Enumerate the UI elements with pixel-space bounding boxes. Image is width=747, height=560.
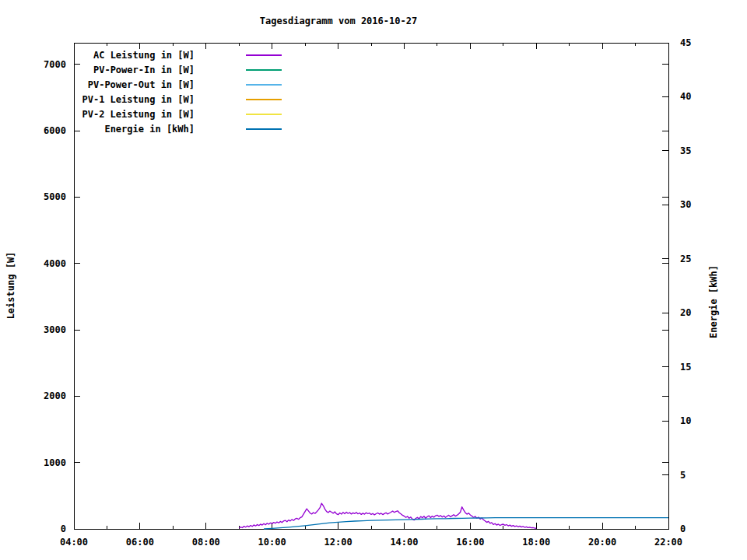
legend: AC Leistung in [W]PV-Power-In in [W]PV-P…	[82, 50, 282, 135]
svg-text:4000: 4000	[44, 258, 66, 269]
svg-text:08:00: 08:00	[192, 537, 220, 548]
svg-text:Energie in [kWh]: Energie in [kWh]	[104, 124, 195, 135]
svg-text:PV-1 Leistung in [W]: PV-1 Leistung in [W]	[82, 94, 195, 105]
svg-text:12:00: 12:00	[324, 537, 352, 548]
svg-text:1000: 1000	[44, 457, 66, 468]
chart-window: Tagesdiagramm vom 2016-10-27 Leistung [W…	[0, 0, 747, 560]
legend-entry: PV-2 Leistung in [W]	[82, 109, 282, 120]
legend-entry: AC Leistung in [W]	[93, 50, 282, 61]
svg-text:PV-2 Leistung in [W]: PV-2 Leistung in [W]	[82, 109, 195, 120]
svg-text:22:00: 22:00	[654, 537, 682, 548]
svg-text:6000: 6000	[44, 125, 66, 136]
legend-entry: PV-Power-Out in [W]	[88, 79, 282, 90]
series-line	[239, 503, 536, 528]
svg-text:06:00: 06:00	[126, 537, 154, 548]
svg-text:15: 15	[680, 362, 691, 373]
legend-entry: PV-Power-In in [W]	[93, 65, 282, 75]
svg-text:7000: 7000	[44, 59, 66, 70]
series-line	[264, 518, 668, 529]
y2-axis-ticks: 051015202530354045	[662, 37, 691, 534]
chart-canvas: 04:0006:0008:0010:0012:0014:0016:0018:00…	[0, 0, 747, 560]
svg-text:18:00: 18:00	[522, 537, 550, 548]
svg-text:25: 25	[680, 254, 691, 264]
svg-text:PV-Power-Out in [W]: PV-Power-Out in [W]	[88, 79, 195, 90]
svg-text:16:00: 16:00	[456, 537, 484, 548]
data-series	[239, 503, 668, 529]
svg-text:AC Leistung in [W]: AC Leistung in [W]	[93, 50, 195, 61]
svg-text:20:00: 20:00	[588, 537, 616, 548]
svg-text:20: 20	[680, 307, 691, 318]
svg-text:3000: 3000	[44, 324, 66, 335]
svg-text:2000: 2000	[44, 390, 66, 401]
svg-text:PV-Power-In in [W]: PV-Power-In in [W]	[93, 65, 195, 75]
svg-text:04:00: 04:00	[60, 537, 88, 548]
svg-text:5000: 5000	[44, 191, 66, 202]
svg-text:0: 0	[61, 523, 66, 534]
svg-text:14:00: 14:00	[390, 537, 418, 548]
svg-text:40: 40	[680, 91, 691, 102]
legend-entry: PV-1 Leistung in [W]	[82, 94, 282, 105]
svg-text:35: 35	[680, 145, 691, 156]
svg-text:0: 0	[680, 523, 686, 534]
svg-text:10: 10	[680, 415, 691, 426]
svg-text:30: 30	[680, 199, 691, 210]
svg-text:45: 45	[680, 37, 691, 48]
svg-text:10:00: 10:00	[258, 537, 286, 548]
legend-entry: Energie in [kWh]	[104, 124, 282, 135]
svg-text:5: 5	[680, 470, 686, 481]
